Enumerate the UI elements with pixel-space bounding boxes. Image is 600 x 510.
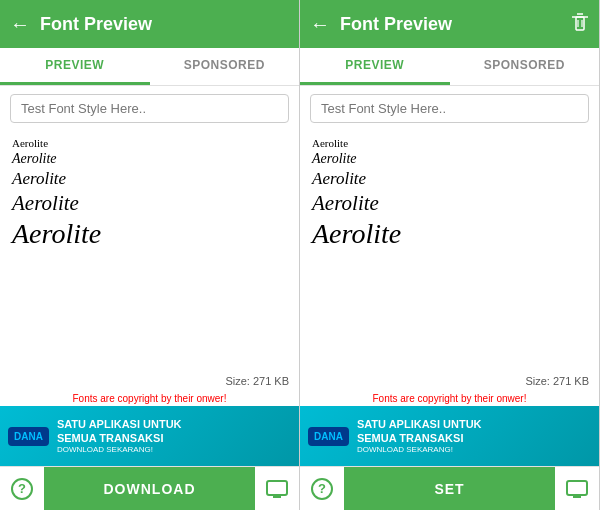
list-item: Aerolite [312,218,587,250]
right-ad-logo: DANA [308,427,349,446]
left-ad-text: SATU APLIKASI UNTUK SEMUA TRANSAKSI DOWN… [57,417,291,456]
left-header: ← Font Preview [0,0,299,48]
svg-rect-3 [576,17,584,30]
right-title: Font Preview [340,14,571,35]
left-size-info: Size: 271 KB [0,371,299,391]
left-search-input[interactable] [10,94,289,123]
right-size-info: Size: 271 KB [300,371,599,391]
left-tv-button[interactable] [255,480,299,498]
left-search-wrap [0,86,299,131]
list-item: Aerolite [12,169,287,189]
right-back-button[interactable]: ← [310,13,330,36]
right-trash-button[interactable] [571,12,589,37]
right-search-input[interactable] [310,94,589,123]
left-ad-logo: DANA [8,427,49,446]
left-font-list: Aerolite Aerolite Aerolite Aerolite Aero… [0,131,299,371]
right-tv-button[interactable] [555,480,599,498]
right-help-button[interactable]: ? [300,478,344,500]
right-copyright: Fonts are copyright by their onwer! [300,391,599,406]
left-panel: ← Font Preview PREVIEW SPONSORED Aerolit… [0,0,300,510]
left-tab-preview[interactable]: PREVIEW [0,48,150,85]
right-set-button[interactable]: SET [344,467,555,510]
list-item: Aerolite [12,218,287,250]
left-download-button[interactable]: DOWNLOAD [44,467,255,510]
svg-rect-0 [267,481,287,495]
right-search-wrap [300,86,599,131]
left-bottom-bar: ? DOWNLOAD [0,466,299,510]
list-item: Aerolite [12,137,287,149]
list-item: Aerolite [12,191,287,216]
right-panel: ← Font Preview PREVIEW SPONSORED Aerolit… [300,0,600,510]
right-tabs: PREVIEW SPONSORED [300,48,599,86]
right-font-list: Aerolite Aerolite Aerolite Aerolite Aero… [300,131,599,371]
list-item: Aerolite [12,151,287,167]
list-item: Aerolite [312,191,587,216]
left-tabs: PREVIEW SPONSORED [0,48,299,86]
right-ad-text: SATU APLIKASI UNTUK SEMUA TRANSAKSI DOWN… [357,417,591,456]
left-title: Font Preview [40,14,289,35]
list-item: Aerolite [312,137,587,149]
list-item: Aerolite [312,169,587,189]
right-ad-banner[interactable]: DANA SATU APLIKASI UNTUK SEMUA TRANSAKSI… [300,406,599,466]
svg-rect-8 [567,481,587,495]
right-tab-sponsored[interactable]: SPONSORED [450,48,600,85]
right-header: ← Font Preview [300,0,599,48]
left-help-button[interactable]: ? [0,478,44,500]
list-item: Aerolite [312,151,587,167]
left-ad-banner[interactable]: DANA SATU APLIKASI UNTUK SEMUA TRANSAKSI… [0,406,299,466]
left-copyright: Fonts are copyright by their onwer! [0,391,299,406]
left-back-button[interactable]: ← [10,13,30,36]
left-tab-sponsored[interactable]: SPONSORED [150,48,300,85]
right-bottom-bar: ? SET [300,466,599,510]
right-tab-preview[interactable]: PREVIEW [300,48,450,85]
